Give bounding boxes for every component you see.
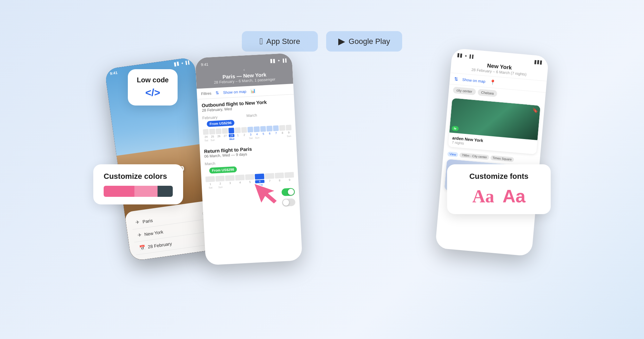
font-sans-sample: Aa bbox=[503, 186, 525, 207]
code-icon: </> bbox=[137, 87, 169, 99]
chart-icon: 📊 bbox=[250, 89, 256, 94]
filter-sliders-icon: ⇅ bbox=[454, 76, 458, 82]
price-bubble-1: From US$296 bbox=[207, 120, 235, 127]
low-code-card: Low code </> bbox=[128, 69, 178, 106]
font-preview: Aa Aa bbox=[457, 186, 540, 207]
app-store-label: App Store bbox=[266, 37, 300, 46]
google-play-button[interactable]: ▶ Google Play bbox=[326, 31, 402, 52]
google-play-label: Google Play bbox=[349, 37, 390, 46]
apple-icon:  bbox=[259, 36, 263, 47]
swatch-pink bbox=[104, 186, 134, 197]
filter-icon: ⇅ bbox=[215, 90, 219, 95]
tag-distance: 798m - City center bbox=[460, 153, 489, 160]
tag-view: View bbox=[447, 152, 458, 157]
search-to-value: New York bbox=[144, 229, 163, 237]
filter-label: Filtres bbox=[201, 91, 212, 96]
svg-marker-0 bbox=[254, 177, 280, 208]
price-bubble-2: From US$298 bbox=[209, 166, 237, 174]
chip-city-center: city center bbox=[453, 87, 476, 95]
store-buttons-row:  App Store ▶ Google Play bbox=[0, 0, 644, 52]
phone-mid-header: 9:41 ▋▋✦▐▐ ‹ Paris — New York 28 Februar… bbox=[195, 53, 293, 89]
color-swatch bbox=[104, 186, 173, 197]
collage-area: Low code </> Customize colors Customize … bbox=[0, 62, 644, 339]
chip-chelsea: Chelsea bbox=[477, 89, 498, 97]
font-serif-sample: Aa bbox=[472, 186, 494, 207]
show-on-map-link: Show on map bbox=[223, 89, 246, 95]
app-store-button[interactable]:  App Store bbox=[242, 31, 318, 52]
hotel-tag-1: le bbox=[452, 126, 459, 131]
swatch-dark bbox=[158, 186, 173, 197]
customize-fonts-card: Customize fonts Aa Aa bbox=[447, 164, 551, 214]
tag-times-square: Times Square bbox=[490, 155, 514, 162]
swatch-light-pink bbox=[134, 186, 158, 197]
calendar-icon: 📅 bbox=[139, 245, 145, 251]
plane-depart-icon: ✈ bbox=[135, 219, 140, 226]
low-code-title: Low code bbox=[137, 76, 169, 84]
phone-mid-time: 9:41 bbox=[201, 62, 208, 67]
location-pin-icon: 📍 bbox=[489, 79, 495, 85]
phone-hotel: ▋▋✦▐▐ ▋▋▋ New York 28 February – 6 March… bbox=[435, 48, 549, 256]
hotel-card-1: le 🔖 arden New York 7 nights bbox=[448, 98, 540, 154]
bookmark-icon: 🔖 bbox=[532, 107, 538, 113]
customize-colors-card: Customize colors bbox=[93, 164, 183, 204]
return-section: Return flight to Paris 06 March, Wed — 9… bbox=[200, 140, 297, 160]
search-date-value: 28 February bbox=[148, 241, 172, 249]
play-icon: ▶ bbox=[338, 36, 345, 47]
customize-colors-title: Customize colors bbox=[104, 172, 173, 181]
toggle-knob-on bbox=[288, 189, 294, 195]
customize-fonts-title: Customize fonts bbox=[457, 172, 540, 181]
phone-calendar: 9:41 ▋▋✦▐▐ ‹ Paris — New York 28 Februar… bbox=[195, 53, 302, 265]
right-show-on-map: Show on map bbox=[462, 77, 485, 84]
search-from-value: Paris bbox=[142, 218, 153, 224]
plane-arrive-icon: ✈ bbox=[137, 232, 142, 238]
